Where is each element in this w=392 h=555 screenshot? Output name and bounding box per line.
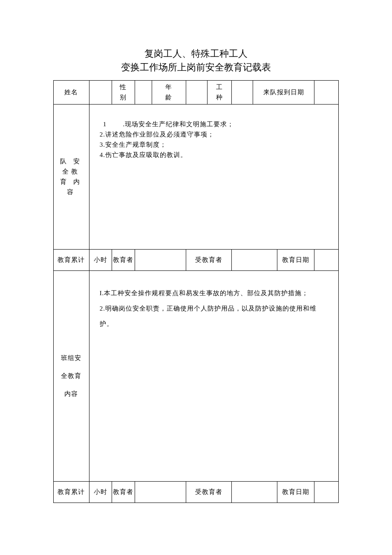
label-gender-top: 性 [120,84,127,90]
value-educator-1 [135,249,186,270]
label-total-1: 教育累计 [54,249,89,270]
value-date-1 [314,249,339,270]
label-educatee-2: 受教育者 [186,481,232,503]
label-gender-bottom: 别 [120,94,127,101]
section1-item-2: 2.讲述危险作业部位及必须遵守事项； [100,129,330,139]
section2-content-cell: I.本工种安全操作规程要点和易发生事故的地方、部位及其防护措施； 2.明确岗位安… [89,270,338,481]
value-gender [135,80,152,104]
label-educatee-1: 受教育者 [186,249,232,270]
section1-content-cell: 1 .现场安全生产纪律和文明施工要求； 2.讲述危险作业部位及必须遵守事项； 3… [89,104,338,249]
value-arrive-date [314,80,339,104]
section2-label-cell: 班组安全教育内容 [54,270,89,481]
label-total-2: 教育累计 [54,481,89,503]
label-gender: 性 别 [112,80,135,104]
label-educator-1: 教育者 [112,249,135,270]
label-hours-1: 小时 [89,249,112,270]
value-worktype [232,80,253,104]
summary-row-2: 教育累计 小时 教育者 受教育者 教育日期 [54,481,339,503]
label-arrive-date-text: 来队报到日期 [263,89,304,96]
label-date-2: 教育日期 [277,481,314,503]
label-date-1: 教育日期 [277,249,314,270]
section1-label: 队 安 全教 育 内容 [54,156,89,197]
label-worktype: 工 种 [208,80,232,104]
summary-row-1: 教育累计 小时 教育者 受教育者 教育日期 [54,249,339,270]
value-date-2 [314,481,339,503]
section1-item-1: 1 .现场安全生产纪律和文明施工要求； [100,119,330,129]
value-age [186,80,208,104]
section1-row: 队 安 全教 育 内容 1 .现场安全生产纪律和文明施工要求； 2.讲述危险作业… [54,104,339,249]
label-hours-2: 小时 [89,481,112,503]
label-arrive-date: 来队报到日期 [253,80,314,104]
section2-row: 班组安全教育内容 I.本工种安全操作规程要点和易发生事故的地方、部位及其防护措施… [54,270,339,481]
label-educator-2: 教育者 [112,481,135,503]
label-name-text: 姓名 [64,89,78,96]
label-worktype-top: 工 [216,84,223,90]
section2-item-2: 2.明确岗位安全职责，正确使用个人防护用品，以及防护设施的使用和维护。 [100,301,330,331]
label-age: 年 龄 [152,80,186,104]
section2-item-1: I.本工种安全操作规程要点和易发生事故的地方、部位及其防护措施； [100,285,330,301]
label-name: 姓名 [54,80,89,104]
value-educatee-1 [232,249,277,270]
section1-item-1b: .现场安全生产纪律和文明施工要求； [123,121,234,128]
value-educator-2 [135,481,186,503]
section2-label: 班组安全教育内容 [54,349,89,403]
section1-item-3: 3.安全生产规章制度； [100,139,330,150]
value-name [89,80,112,104]
title-line-1: 复岗工人、特殊工种工人 [53,47,339,61]
page-title-block: 复岗工人、特殊工种工人 变换工作场所上岗前安全教育记载表 [53,47,339,74]
section1-label-cell: 队 安 全教 育 内容 [54,104,89,249]
form-table: 姓名 性 别 年 龄 工 种 来队报到日期 队 安 全教 育 内容 1 [53,80,339,503]
label-age-bottom: 龄 [165,94,172,101]
value-educatee-2 [232,481,277,503]
title-line-2: 变换工作场所上岗前安全教育记载表 [53,61,339,74]
label-age-top: 年 [165,84,172,90]
label-worktype-bottom: 种 [216,94,223,101]
section1-item-4: 4.伤亡事故及应吸取的教训。 [100,150,330,160]
section1-item-1a: 1 [103,121,107,128]
header-row: 姓名 性 别 年 龄 工 种 来队报到日期 [54,80,339,104]
